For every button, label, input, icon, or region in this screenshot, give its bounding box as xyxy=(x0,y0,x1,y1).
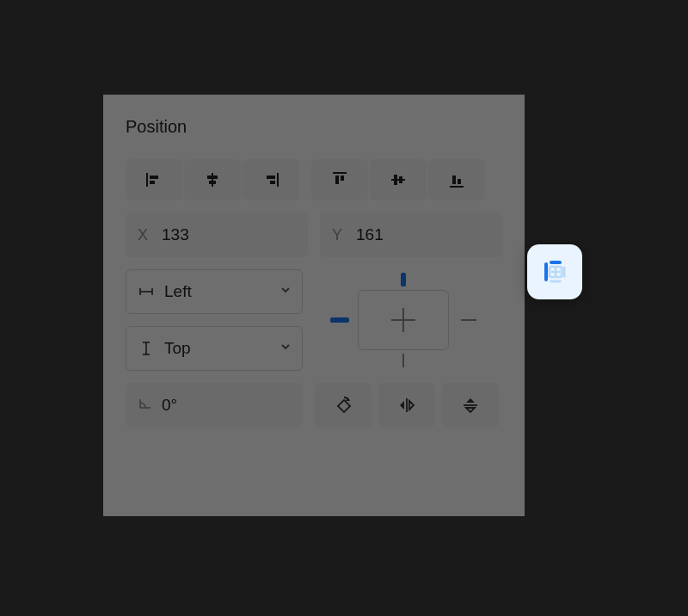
constraints-row: Left Top xyxy=(126,269,502,371)
flip-vertical-icon xyxy=(460,395,481,416)
constraint-diagram[interactable] xyxy=(315,269,492,371)
y-field[interactable]: Y 161 xyxy=(320,213,502,257)
constraint-inner-box xyxy=(358,290,449,350)
constraint-right-indicator[interactable] xyxy=(461,319,476,321)
align-right-icon xyxy=(261,169,281,190)
align-vcenter-button[interactable] xyxy=(370,159,427,200)
constraint-horizontal-icon xyxy=(137,283,156,300)
align-top-button[interactable] xyxy=(311,159,368,200)
chevron-down-icon xyxy=(280,284,292,299)
align-vcenter-icon xyxy=(388,169,408,190)
svg-marker-29 xyxy=(466,398,475,403)
transform-actions xyxy=(315,383,499,428)
horizontal-align-group xyxy=(126,159,299,200)
svg-marker-30 xyxy=(466,408,475,412)
align-right-button[interactable] xyxy=(243,159,299,200)
angle-icon xyxy=(138,396,153,416)
alignment-row xyxy=(126,159,502,200)
align-bottom-icon xyxy=(446,169,467,190)
rotation-value: 0° xyxy=(162,396,177,415)
constraint-bottom-indicator[interactable] xyxy=(402,354,404,367)
align-hcenter-button[interactable] xyxy=(184,159,241,200)
svg-marker-26 xyxy=(400,401,404,410)
constraints-selects: Left Top xyxy=(126,269,303,371)
constraint-left-indicator[interactable] xyxy=(330,317,349,323)
rotation-field[interactable]: 0° xyxy=(126,383,303,428)
x-label: X xyxy=(138,226,153,244)
constraint-vertical-icon xyxy=(137,340,156,357)
align-hcenter-icon xyxy=(202,169,223,190)
x-value: 133 xyxy=(162,225,189,244)
align-bottom-button[interactable] xyxy=(428,159,485,200)
align-top-icon xyxy=(329,169,350,190)
chevron-down-icon xyxy=(280,341,292,356)
section-title: Position xyxy=(126,117,502,137)
align-left-button[interactable] xyxy=(126,159,182,200)
horizontal-constraint-label: Left xyxy=(164,282,192,301)
vertical-align-group xyxy=(311,159,485,200)
flip-vertical-button[interactable] xyxy=(442,383,499,428)
x-field[interactable]: X 133 xyxy=(126,213,308,257)
absolute-position-icon xyxy=(539,256,570,287)
coordinates-row: X 133 Y 161 xyxy=(126,213,502,257)
vertical-constraint-select[interactable]: Top xyxy=(126,326,303,371)
constraint-top-indicator[interactable] xyxy=(401,273,406,286)
position-panel: Position X 133 xyxy=(103,95,525,516)
svg-rect-24 xyxy=(338,400,350,412)
svg-marker-27 xyxy=(409,401,414,410)
align-left-icon xyxy=(144,169,164,190)
absolute-position-button[interactable] xyxy=(527,244,582,299)
rotate-90-icon xyxy=(333,395,353,416)
constraint-center-v[interactable] xyxy=(402,308,404,332)
rotate-90-button[interactable] xyxy=(315,383,372,428)
y-label: Y xyxy=(332,226,347,244)
flip-horizontal-icon xyxy=(396,395,417,416)
horizontal-constraint-select[interactable]: Left xyxy=(126,269,303,314)
vertical-constraint-label: Top xyxy=(164,339,191,358)
flip-horizontal-button[interactable] xyxy=(378,383,435,428)
y-value: 161 xyxy=(356,225,384,244)
rotation-row: 0° xyxy=(126,383,502,428)
